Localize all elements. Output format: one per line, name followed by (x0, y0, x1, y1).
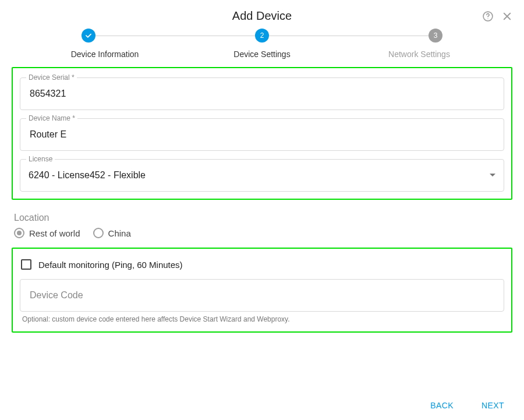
default-monitoring-label: Default monitoring (Ping, 60 Minutes) (38, 260, 183, 270)
step-label-3: Network Settings (373, 50, 466, 59)
back-button[interactable]: BACK (427, 400, 457, 411)
device-name-field-wrap[interactable]: Device Name * (20, 118, 504, 151)
svg-point-1 (487, 19, 488, 19)
stepper-line (269, 36, 429, 36)
device-code-helper: Optional: custom device code entered her… (20, 315, 504, 323)
license-select[interactable]: License 6240 - License452 - Flexible (20, 159, 504, 192)
stepper-line (95, 36, 255, 36)
help-icon[interactable] (482, 10, 494, 22)
step-label-2: Device Settings (215, 50, 309, 59)
dialog-title: Add Device (0, 9, 524, 23)
step-2-active: 2 (255, 29, 269, 43)
license-value: 6240 - License452 - Flexible (29, 170, 490, 181)
step-label-1: Device Information (58, 50, 151, 59)
monitoring-group: Default monitoring (Ping, 60 Minutes) Op… (12, 248, 512, 333)
close-icon[interactable] (502, 10, 512, 22)
step-3-inactive: 3 (429, 29, 442, 43)
device-serial-input[interactable] (29, 88, 495, 100)
device-fields-group: Device Serial * Device Name * License 62… (12, 67, 512, 200)
radio-china[interactable]: China (93, 228, 131, 238)
step-1-completed (82, 29, 95, 43)
location-label: Location (14, 213, 510, 223)
device-serial-label: Device Serial * (26, 73, 77, 82)
device-name-input[interactable] (29, 129, 495, 140)
next-button[interactable]: NEXT (478, 400, 508, 411)
device-code-field-wrap[interactable] (20, 279, 504, 312)
license-label: License (26, 155, 55, 163)
step-labels: Device Information Device Settings Netwo… (0, 50, 524, 59)
radio-rest-of-world-label: Rest of world (29, 228, 80, 238)
stepper: 2 3 (0, 29, 524, 43)
radio-rest-of-world[interactable]: Rest of world (14, 228, 80, 238)
chevron-down-icon (490, 174, 495, 177)
radio-china-label: China (108, 228, 131, 238)
device-code-input[interactable] (29, 290, 495, 301)
device-serial-field-wrap[interactable]: Device Serial * (20, 77, 504, 110)
device-name-label: Device Name * (26, 114, 77, 122)
default-monitoring-checkbox[interactable] (21, 259, 31, 270)
